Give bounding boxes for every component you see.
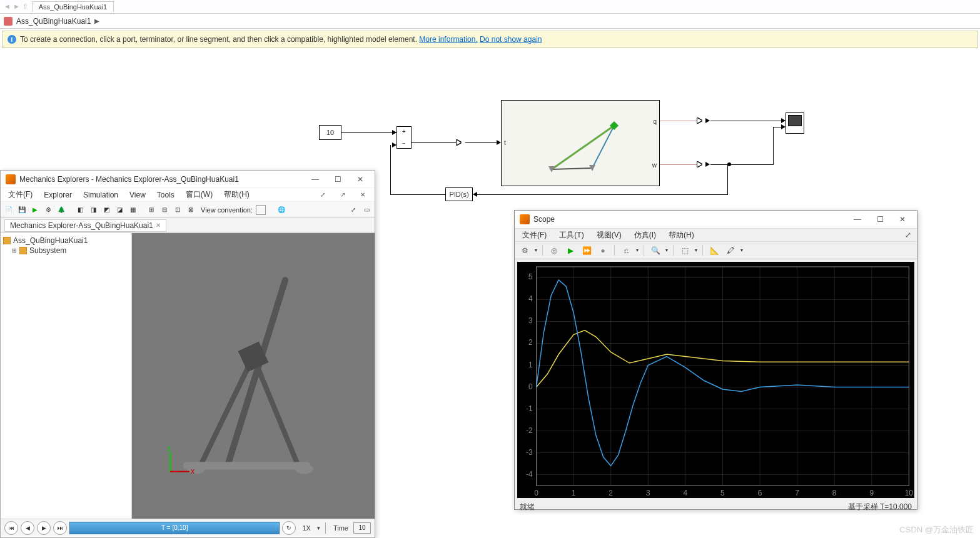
run-button[interactable]: ▶ (564, 244, 577, 257)
nav-back-icon[interactable]: ◄ (4, 2, 11, 11)
tree-child[interactable]: ⊞ Subsystem (3, 246, 129, 256)
undock-icon[interactable]: ↗ (333, 189, 352, 201)
svg-text:10: 10 (905, 489, 914, 497)
menu-view[interactable]: 视图(V) (592, 229, 627, 242)
expand-icon[interactable]: ⤢ (348, 204, 359, 216)
scope-axes[interactable]: 012345678910-4-3-2-1012345 (517, 262, 914, 498)
svg-text:4: 4 (684, 489, 688, 497)
cube2-icon[interactable]: ◨ (88, 204, 99, 216)
play-button[interactable]: ▶ (37, 521, 51, 535)
maximize-button[interactable]: ☐ (328, 173, 347, 186)
menu-tools[interactable]: 工具(T) (554, 229, 589, 242)
stop-button[interactable]: ● (597, 244, 609, 257)
document-tab[interactable]: Ass_QuBingHuaKuai1 (32, 1, 114, 12)
dock-icon[interactable]: ⤢ (902, 229, 914, 241)
menu-simulation[interactable]: 仿真(I) (629, 229, 661, 242)
layout1-icon[interactable]: ⊞ (146, 204, 157, 216)
explorer-tab[interactable]: Mechanics Explorer-Ass_QuBingHuaKuai1 ✕ (4, 219, 166, 232)
more-info-link[interactable]: More information. (419, 35, 477, 44)
layout2-icon[interactable]: ⊟ (159, 204, 170, 216)
cube5-icon[interactable]: ▦ (127, 204, 138, 216)
minimize-button[interactable]: — (306, 173, 325, 186)
breadcrumb-root[interactable]: Ass_QuBingHuaKuai1 (16, 17, 91, 26)
constant-block[interactable]: 10 (319, 125, 341, 140)
rect-icon[interactable]: ▭ (361, 204, 372, 216)
cursor-icon[interactable]: ⬚ (679, 244, 691, 257)
watermark: CSDN @万金油铁匠 (899, 524, 974, 536)
explorer-tabs: Mechanics Explorer-Ass_QuBingHuaKuai1 ✕ (1, 218, 375, 233)
menu-tools[interactable]: Tools (152, 189, 179, 201)
close-button[interactable]: ✕ (351, 173, 370, 186)
scope-block[interactable] (786, 112, 804, 134)
close-button[interactable]: ✕ (893, 213, 912, 226)
tab-close-icon[interactable]: ✕ (156, 222, 161, 229)
svg-text:z: z (167, 444, 171, 453)
scope-window: Scope — ☐ ✕ 文件(F) 工具(T) 视图(V) 仿真(I) 帮助(H… (514, 210, 917, 510)
highlight-icon[interactable]: 🖍 (724, 244, 737, 257)
layout3-icon[interactable]: ⊡ (172, 204, 183, 216)
menu-help[interactable]: 帮助(H) (664, 229, 699, 242)
gain-block[interactable] (697, 118, 702, 123)
nav-fwd-icon[interactable]: ► (13, 2, 20, 11)
3d-viewport[interactable]: x z (132, 233, 375, 519)
gain-block[interactable] (457, 140, 461, 145)
arrow-icon (781, 118, 786, 123)
step-fwd-button[interactable]: ⏭ (53, 521, 67, 535)
speed-caret-icon[interactable]: ▾ (317, 525, 320, 531)
gear-icon[interactable]: ⚙ (518, 244, 531, 257)
speed-label[interactable]: 1X (298, 524, 314, 532)
rewind-button[interactable]: ⏮ (4, 521, 18, 535)
dismiss-link[interactable]: Do not show again (480, 35, 542, 44)
tree-icon[interactable]: 🌲 (56, 204, 67, 216)
cube3-icon[interactable]: ◩ (101, 204, 112, 216)
model-tree[interactable]: Ass_QuBingHuaKuai1 ⊞ Subsystem (1, 233, 132, 519)
menu-file[interactable]: 文件(F) (517, 229, 552, 242)
svg-text:5: 5 (720, 489, 725, 497)
svg-text:1: 1 (572, 489, 576, 497)
svg-text:8: 8 (832, 489, 837, 497)
build-icon[interactable]: ⚙ (43, 204, 54, 216)
save-icon[interactable]: 💾 (16, 204, 28, 216)
view-convention-select[interactable] (256, 205, 266, 215)
layout4-icon[interactable]: ⊠ (185, 204, 196, 216)
cube-icon[interactable]: ◧ (74, 204, 86, 216)
zoom-icon[interactable]: 🔍 (649, 244, 662, 257)
window-titlebar[interactable]: Mechanics Explorers - Mechanics Explorer… (1, 171, 375, 188)
globe-icon[interactable]: 🌐 (276, 204, 287, 216)
new-icon[interactable]: 📄 (3, 204, 14, 216)
svg-text:2: 2 (528, 338, 533, 347)
svg-text:7: 7 (795, 489, 799, 497)
target-icon[interactable]: ◎ (548, 244, 560, 257)
window-titlebar[interactable]: Scope — ☐ ✕ (515, 211, 917, 228)
branch-icon[interactable]: ⎌ (620, 244, 632, 257)
close-panel-icon[interactable]: ✕ (353, 189, 372, 201)
pid-block[interactable]: PID(s) (445, 187, 473, 201)
nav-up-icon[interactable]: ⇧ (23, 2, 28, 11)
time-value[interactable]: 10 (353, 522, 371, 534)
svg-text:6: 6 (758, 489, 762, 497)
tree-root[interactable]: Ass_QuBingHuaKuai1 (3, 236, 129, 246)
step-back-button[interactable]: ◀ (21, 521, 34, 535)
loop-button[interactable]: ↻ (282, 521, 296, 535)
menu-window[interactable]: 窗口(W) (181, 188, 218, 201)
measure-icon[interactable]: 📐 (708, 244, 720, 257)
menu-simulation[interactable]: Simulation (78, 189, 123, 201)
subsystem-block[interactable]: t q w (501, 100, 660, 186)
dock-icon[interactable]: ⤢ (313, 189, 332, 201)
step-button[interactable]: ⏩ (580, 244, 593, 257)
menu-help[interactable]: 帮助(H) (219, 188, 255, 201)
svg-text:-4: -4 (526, 470, 533, 479)
menu-explorer[interactable]: Explorer (39, 189, 77, 201)
menu-file[interactable]: 文件(F) (3, 188, 38, 201)
chevron-right-icon: ▶ (94, 17, 99, 24)
menu-view[interactable]: View (124, 189, 151, 201)
maximize-button[interactable]: ☐ (871, 213, 889, 226)
svg-text:-1: -1 (526, 404, 533, 413)
gain-block[interactable] (697, 162, 702, 167)
model-icon (4, 17, 13, 26)
play-icon[interactable]: ▶ (29, 204, 41, 216)
minimize-button[interactable]: — (848, 213, 867, 226)
time-slider[interactable]: T = [0,10] (69, 522, 280, 534)
sum-block[interactable]: + − (397, 126, 412, 149)
cube4-icon[interactable]: ◪ (114, 204, 125, 216)
